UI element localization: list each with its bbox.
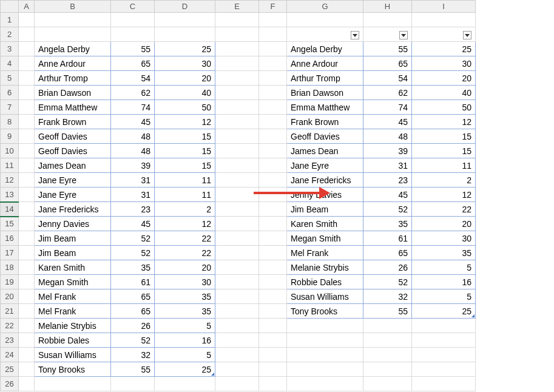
cell-G4[interactable]: Anne Ardour [287,56,363,71]
cell-C26[interactable] [111,377,155,391]
row-header-20[interactable]: 20 [1,289,19,304]
cell-E1[interactable] [215,13,259,27]
cell-I24[interactable] [412,348,476,362]
cell-C9[interactable]: 48 [111,129,155,144]
cell-G10[interactable]: James Dean [287,144,363,158]
cell-D5[interactable]: 20 [155,71,215,86]
row-header-8[interactable]: 8 [1,115,19,129]
cell-F24[interactable] [259,348,287,362]
cell-A7[interactable] [19,100,35,115]
cell-I5[interactable]: 20 [412,71,476,86]
cell-E14[interactable] [215,202,259,217]
cell-F16[interactable] [259,231,287,246]
row-header-1[interactable]: 1 [1,13,19,27]
cell-B9[interactable]: Geoff Davies [35,129,111,144]
cell-B6[interactable]: Brian Dawson [35,86,111,100]
row-header-5[interactable]: 5 [1,71,19,86]
cell-F8[interactable] [259,115,287,129]
filter-dropdown-icon[interactable] [399,31,408,39]
cell-D14[interactable]: 2 [155,202,215,217]
cell-D25[interactable]: 25 [155,362,215,377]
cell-C21[interactable]: 65 [111,304,155,319]
cell-C23[interactable]: 52 [111,333,155,348]
cell-C25[interactable]: 55 [111,362,155,377]
column-header-G[interactable]: G [287,1,363,13]
cell-F18[interactable] [259,260,287,275]
row-header-21[interactable]: 21 [1,304,19,319]
cell-D17[interactable]: 22 [155,246,215,260]
cell-A12[interactable] [19,173,35,188]
row-header-2[interactable]: 2 [1,27,19,42]
cell-B11[interactable]: James Dean [35,158,111,173]
cell-F9[interactable] [259,129,287,144]
cell-C11[interactable]: 39 [111,158,155,173]
cell-A24[interactable] [19,348,35,362]
cell-C24[interactable]: 32 [111,348,155,362]
cell-I19[interactable]: 16 [412,275,476,289]
cell-G6[interactable]: Brian Dawson [287,86,363,100]
cell-H9[interactable]: 48 [363,129,412,144]
cell-D20[interactable]: 35 [155,289,215,304]
cell-A4[interactable] [19,56,35,71]
cell-E22[interactable] [215,319,259,333]
cell-G16[interactable]: Megan Smith [287,231,363,246]
cell-A22[interactable] [19,319,35,333]
cell-D8[interactable]: 12 [155,115,215,129]
cell-F22[interactable] [259,319,287,333]
cell-D13[interactable]: 11 [155,188,215,202]
row-header-6[interactable]: 6 [1,86,19,100]
row-header-17[interactable]: 17 [1,246,19,260]
cell-H20[interactable]: 32 [363,289,412,304]
cell-B20[interactable]: Mel Frank [35,289,111,304]
cell-B25[interactable]: Tony Brooks [35,362,111,377]
cell-G23[interactable] [287,333,363,348]
cell-A18[interactable] [19,260,35,275]
cell-D12[interactable]: 11 [155,173,215,188]
cell-B23[interactable]: Robbie Dales [35,333,111,348]
cell-A11[interactable] [19,158,35,173]
cell-E10[interactable] [215,144,259,158]
cell-I8[interactable]: 12 [412,115,476,129]
cell-F17[interactable] [259,246,287,260]
cell-H13[interactable]: 45 [363,188,412,202]
column-header-F[interactable]: F [259,1,287,13]
cell-E16[interactable] [215,231,259,246]
cell-A8[interactable] [19,115,35,129]
cell-E21[interactable] [215,304,259,319]
cell-D7[interactable]: 50 [155,100,215,115]
cell-A10[interactable] [19,144,35,158]
cell-A23[interactable] [19,333,35,348]
cell-F20[interactable] [259,289,287,304]
cell-H2[interactable]: Age [363,27,412,42]
row-header-18[interactable]: 18 [1,260,19,275]
select-all-corner[interactable] [1,1,19,13]
cell-I6[interactable]: 40 [412,86,476,100]
cell-F1[interactable] [259,13,287,27]
cell-I3[interactable]: 25 [412,42,476,56]
cell-C22[interactable]: 26 [111,319,155,333]
cell-G1[interactable] [287,13,363,27]
cell-B22[interactable]: Melanie Strybis [35,319,111,333]
row-header-4[interactable]: 4 [1,56,19,71]
cell-C18[interactable]: 35 [111,260,155,275]
cell-D4[interactable]: 30 [155,56,215,71]
cell-B2[interactable]: Employé [35,27,111,42]
cell-E11[interactable] [215,158,259,173]
cell-C19[interactable]: 61 [111,275,155,289]
cell-I7[interactable]: 50 [412,100,476,115]
cell-H12[interactable]: 23 [363,173,412,188]
cell-D26[interactable] [155,377,215,391]
cell-D3[interactable]: 25 [155,42,215,56]
cell-C12[interactable]: 31 [111,173,155,188]
row-header-14[interactable]: 14 [1,202,19,217]
cell-D9[interactable]: 15 [155,129,215,144]
cell-H6[interactable]: 62 [363,86,412,100]
filter-dropdown-icon[interactable] [463,31,471,39]
cell-E6[interactable] [215,86,259,100]
cell-D21[interactable]: 35 [155,304,215,319]
cell-H5[interactable]: 54 [363,71,412,86]
cell-G15[interactable]: Karen Smith [287,217,363,231]
cell-I21[interactable]: 25 [412,304,476,319]
cell-I14[interactable]: 22 [412,202,476,217]
cell-C2[interactable]: Age [111,27,155,42]
